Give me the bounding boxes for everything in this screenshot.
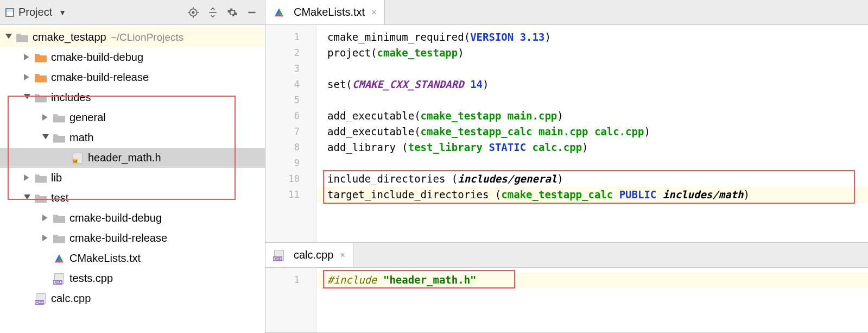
tab-calc-cpp[interactable]: calc.cpp × [265,243,353,267]
tree-item-tests-cpp[interactable]: tests.cpp [0,268,265,288]
tree-item-cmake-build-debug[interactable]: cmake-build-debug [0,208,265,228]
line-number: 2 [265,45,316,61]
line-number: 4 [265,77,316,92]
folder-icon [35,52,47,63]
editor-area: CMakeLists.txt × 1234567891011 cmake_min… [265,0,868,333]
cmake-icon [53,253,65,264]
tree-item-general[interactable]: general [0,108,265,128]
svg-marker-10 [24,74,29,80]
chevron-right-icon[interactable] [24,54,31,61]
line-number: 1 [265,272,316,288]
line-number: 8 [265,140,316,155]
chevron-right-icon[interactable] [42,235,50,242]
tree-item-cmake-build-release[interactable]: cmake-build-release [0,67,265,87]
tree-label: CMakeLists.txt [69,252,141,265]
chevron-right-icon[interactable] [42,215,50,222]
tree-label: calc.cpp [51,292,91,305]
tabbar-top: CMakeLists.txt × [265,0,868,25]
editor-cmakelists: CMakeLists.txt × 1234567891011 cmake_min… [265,0,868,243]
cpp-file-icon [53,273,65,284]
tree-item-header-math-h[interactable]: header_math.h [0,148,265,168]
folder-icon [35,173,47,184]
line-number: 11 [265,187,316,203]
folder-icon [35,72,47,83]
project-toolbar: Project ▼ [0,0,265,25]
tree-label: includes [51,91,91,104]
cpp-file-icon [35,293,47,304]
cmake-icon [273,7,285,18]
svg-marker-15 [24,194,30,200]
folder-icon [53,112,65,123]
tree-label: header_math.h [88,152,161,164]
locate-target-icon[interactable] [186,5,201,20]
tree-item-test[interactable]: test [0,188,265,208]
line-number: 9 [265,155,316,171]
project-tree: cmake_testapp ~/CLionProjects cmake-buil… [0,25,265,333]
folder-icon [35,92,47,103]
tree-label: lib [51,172,62,184]
editor-body-bottom[interactable]: 1 #include "header_math.h" [265,268,868,332]
editor-calc-cpp: calc.cpp × 1 #include "header_math.h" [265,243,868,333]
code-top[interactable]: cmake_minimum_required(VERSION 3.13) pro… [316,25,868,242]
tab-label: CMakeLists.txt [294,6,365,18]
code-bottom[interactable]: #include "header_math.h" [316,268,868,332]
chevron-down-icon[interactable] [24,194,31,202]
tree-item-cmake-build-debug[interactable]: cmake-build-debug [0,47,265,67]
tree-label: math [69,131,93,144]
editor-body-top[interactable]: 1234567891011 cmake_minimum_required(VER… [265,25,868,242]
tree-root[interactable]: cmake_testapp ~/CLionProjects [0,27,265,47]
tree-label: tests.cpp [69,272,113,285]
tree-item-lib[interactable]: lib [0,168,265,188]
folder-icon [53,133,65,143]
tree-item-calc-cpp[interactable]: calc.cpp [0,288,265,309]
folder-icon [53,233,65,244]
gutter-top: 1234567891011 [265,25,316,242]
close-icon[interactable]: × [340,250,345,260]
chevron-right-icon[interactable] [42,114,50,122]
line-number: 7 [265,124,316,140]
tree-label: cmake-build-release [69,232,167,244]
tree-label: test [51,192,68,204]
chevron-right-icon[interactable] [24,74,31,81]
svg-point-1 [192,11,194,13]
chevron-down-icon[interactable] [5,34,13,41]
window-icon [5,8,14,17]
line-number: 3 [265,61,316,77]
folder-icon [53,213,65,224]
svg-marker-8 [5,34,12,39]
svg-marker-12 [42,114,48,121]
svg-marker-11 [24,94,30,99]
collapse-all-icon[interactable] [205,5,220,20]
line-number: 1 [265,29,316,45]
project-panel: Project ▼ cmake_testapp ~/CLionProjects … [0,0,265,333]
tab-cmakelists[interactable]: CMakeLists.txt × [265,0,385,24]
tree-label: cmake-build-release [51,71,149,84]
cpp-file-icon [273,250,285,261]
tree-label: cmake-build-debug [51,51,143,64]
svg-marker-9 [24,54,29,60]
svg-marker-13 [42,134,49,140]
tree-label: cmake_testapp [33,31,106,43]
chevron-right-icon[interactable] [24,174,31,182]
header-file-icon [72,153,84,164]
line-number: 6 [265,108,316,124]
tree-item-includes[interactable]: includes [0,87,265,108]
tree-label: general [69,111,106,124]
gear-icon[interactable] [225,5,240,20]
chevron-down-icon[interactable]: ▼ [59,8,66,17]
close-icon[interactable]: × [371,8,376,17]
tree-item-math[interactable]: math [0,128,265,148]
tree-path: ~/CLionProjects [111,32,184,43]
chevron-down-icon[interactable] [24,94,31,102]
svg-marker-16 [42,215,48,221]
svg-marker-17 [42,235,48,241]
line-number: 10 [265,171,316,187]
tree-item-cmake-build-release[interactable]: cmake-build-release [0,228,265,248]
project-title[interactable]: Project [18,6,52,18]
tree-item-cmakelists-txt[interactable]: CMakeLists.txt [0,248,265,268]
folder-icon [16,32,28,43]
tabbar-bottom: calc.cpp × [265,243,868,268]
minimize-icon[interactable] [244,5,259,20]
folder-icon [35,193,47,204]
chevron-down-icon[interactable] [42,134,50,142]
